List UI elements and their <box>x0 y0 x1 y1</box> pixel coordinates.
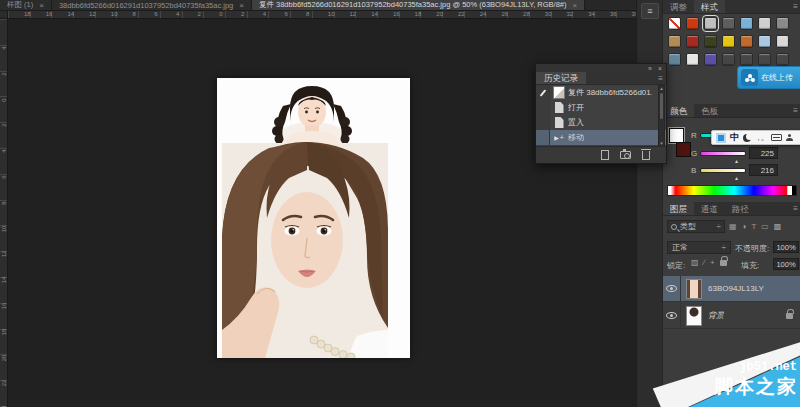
tab-swatches[interactable]: 色板 <box>694 104 725 117</box>
slider-marker-icon[interactable]: ▴ <box>735 157 738 164</box>
ruler-number: 6 <box>284 11 287 17</box>
filter-smart-object-icon[interactable]: ▩ <box>774 222 782 231</box>
collapse-panel-icon[interactable]: » <box>648 65 652 72</box>
lock-position-icon[interactable]: + <box>710 258 715 267</box>
filter-adjustment-icon[interactable]: ◑ <box>742 222 747 231</box>
style-swatch[interactable] <box>758 53 771 66</box>
fill-value[interactable]: 100% <box>773 258 799 270</box>
layer-row-active[interactable]: 63BO94JL13LY <box>663 276 800 302</box>
filter-type-icon[interactable]: T <box>751 222 756 231</box>
style-swatch[interactable] <box>740 53 753 66</box>
panel-menu-icon[interactable]: ≡ <box>793 2 798 11</box>
punctuation-mode-icon[interactable]: ，。 <box>755 133 767 143</box>
ruler-number: 6 <box>154 11 157 17</box>
lock-transparency-icon[interactable]: ▨ <box>691 258 699 267</box>
layer-filter-kind-select[interactable]: 类型 ÷ <box>667 220 725 233</box>
style-swatch[interactable] <box>686 17 699 30</box>
ime-settings-icon[interactable] <box>786 134 793 141</box>
visibility-cell[interactable] <box>663 276 681 302</box>
blue-channel-value[interactable]: 216 <box>749 164 778 176</box>
scrollbar-thumb[interactable] <box>660 93 663 119</box>
history-scrollbar[interactable]: ▴▾ <box>658 85 665 147</box>
filter-shape-icon[interactable]: ▭ <box>761 222 769 231</box>
close-icon[interactable]: × <box>658 65 662 72</box>
style-swatch[interactable] <box>776 53 789 66</box>
style-swatch[interactable] <box>740 35 753 48</box>
layer-row-background[interactable]: 背景 <box>663 303 800 329</box>
new-snapshot-icon[interactable] <box>620 151 631 159</box>
history-brush-source-cell[interactable] <box>536 130 550 145</box>
delete-state-icon[interactable] <box>642 151 650 160</box>
style-swatch[interactable] <box>668 35 681 48</box>
opacity-value[interactable]: 100% <box>773 241 799 253</box>
history-brush-source-cell[interactable] <box>536 115 550 130</box>
layer-thumbnail[interactable] <box>686 279 702 299</box>
history-item-move[interactable]: ▶+ 移动 <box>536 130 666 145</box>
style-swatch[interactable] <box>668 17 681 30</box>
collapsed-history-panel-icon[interactable]: ≡ <box>641 3 659 19</box>
style-swatch[interactable] <box>686 53 699 66</box>
history-brush-source-cell[interactable] <box>536 85 550 100</box>
history-item-open[interactable]: 打开 <box>536 100 666 115</box>
tab-paths[interactable]: 路径 <box>725 202 756 215</box>
style-swatch[interactable] <box>758 17 771 30</box>
blue-channel-slider[interactable] <box>700 168 746 173</box>
panel-menu-icon[interactable]: ≡ <box>793 204 798 213</box>
soft-keyboard-icon[interactable] <box>771 134 782 141</box>
document-tab-1[interactable]: 样图 (1) × <box>0 0 52 10</box>
history-item-place[interactable]: 置入 <box>536 115 666 130</box>
style-swatch[interactable] <box>722 17 735 30</box>
layer-thumbnail[interactable] <box>686 306 702 326</box>
background-color-swatch[interactable] <box>676 142 691 157</box>
style-swatch[interactable] <box>704 53 717 66</box>
close-icon[interactable]: × <box>573 1 578 10</box>
panel-menu-icon[interactable]: ≡ <box>658 74 663 83</box>
cloud-upload-button[interactable]: 在线上传 <box>737 66 800 89</box>
ime-toolbar: 中 ，。 <box>711 130 800 145</box>
visibility-cell[interactable] <box>663 303 681 329</box>
lock-paint-icon[interactable]: ∕ <box>704 258 705 267</box>
color-spectrum-ramp[interactable] <box>667 185 797 196</box>
lock-all-icon[interactable] <box>720 260 727 266</box>
close-icon[interactable]: × <box>39 1 44 10</box>
close-icon[interactable]: × <box>239 1 244 10</box>
style-swatch[interactable] <box>740 17 753 30</box>
panel-menu-icon[interactable]: ≡ <box>793 106 798 115</box>
style-swatch[interactable] <box>704 17 717 30</box>
style-swatch[interactable] <box>722 35 735 48</box>
document-tab-2[interactable]: 38dbb6fd5266d016291d1037952bd40735fa35ac… <box>52 0 252 10</box>
document-tab-active[interactable]: 复件 38dbb6fd5266d016291d1037952bd40735fa3… <box>252 0 585 10</box>
tab-channels[interactable]: 通道 <box>694 202 725 215</box>
green-channel-value[interactable]: 225 <box>749 147 778 159</box>
style-swatch[interactable] <box>722 53 735 66</box>
canvas-document[interactable] <box>217 78 410 358</box>
tab-styles[interactable]: 样式 <box>694 0 725 13</box>
ruler-number: 36 <box>610 11 617 17</box>
history-panel-grip[interactable]: » × <box>536 64 666 72</box>
ruler-number: 32 <box>567 11 574 17</box>
style-swatch[interactable] <box>704 35 717 48</box>
ime-logo-icon[interactable] <box>716 133 726 143</box>
history-brush-source-cell[interactable] <box>536 100 550 115</box>
slider-marker-icon[interactable]: ▴ <box>735 174 738 181</box>
history-panel-title[interactable]: 历史记录 <box>536 72 586 84</box>
new-document-from-state-icon[interactable] <box>601 150 609 160</box>
ruler-number: 14 <box>67 11 74 17</box>
style-swatch[interactable] <box>686 35 699 48</box>
layer-name: 63BO94JL13LY <box>708 284 764 293</box>
style-swatch[interactable] <box>668 53 681 66</box>
style-swatch[interactable] <box>758 35 771 48</box>
green-channel-slider[interactable] <box>700 151 746 156</box>
history-item-snapshot[interactable]: 复件 38dbb6fd5266d01... <box>536 85 666 100</box>
ime-language-mode[interactable]: 中 <box>730 131 739 144</box>
foreground-color-swatch[interactable] <box>669 128 684 143</box>
ruler-number: 12 <box>1 249 7 259</box>
tab-color[interactable]: 颜色 <box>663 104 694 117</box>
fullwidth-halfwidth-icon[interactable] <box>743 134 751 142</box>
tab-layers[interactable]: 图层 <box>663 202 694 215</box>
tab-adjustments[interactable]: 调整 <box>663 0 694 13</box>
style-swatch[interactable] <box>776 17 789 30</box>
style-swatch[interactable] <box>776 35 789 48</box>
filter-image-icon[interactable]: ▦ <box>729 222 737 231</box>
blend-mode-select[interactable]: 正常 ÷ <box>667 241 731 254</box>
